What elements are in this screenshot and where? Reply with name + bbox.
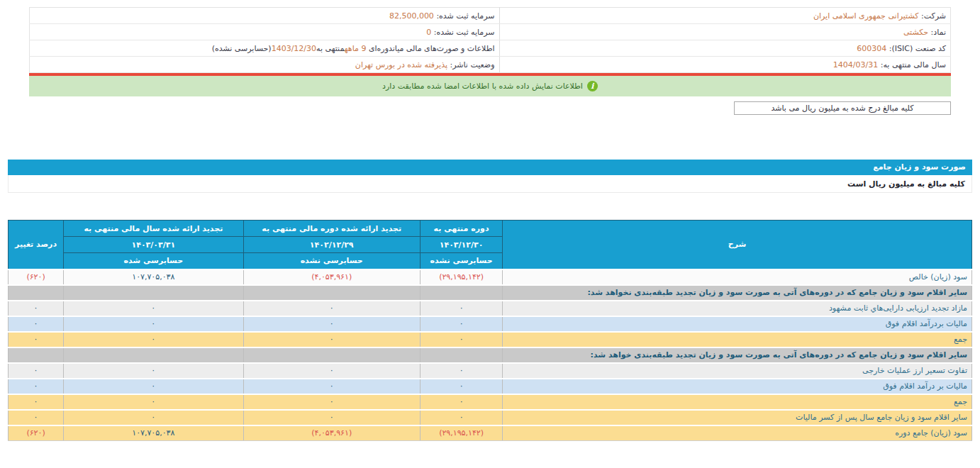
statement-section: صورت سود و زیان جامع کلیه مبالغ به میلیو…	[8, 160, 972, 441]
table-row: مالیات بر درآمد اقلام فوق۰۰۰۰	[9, 379, 972, 394]
unit-note-row: کلیه مبالغ به میلیون ریال است	[8, 175, 972, 193]
section-row: سایر اقلام سود و زیان جامع که در دوره‌ها…	[9, 285, 972, 301]
period-date: ۱۴۰۳/۰۳/۳۱	[64, 237, 243, 253]
cell-change: ۰	[9, 332, 64, 347]
cell-value: ۱۰۷,۷۰۵,۰۳۸	[64, 425, 243, 441]
cell-value	[64, 285, 243, 301]
cell-value: ۰	[64, 394, 243, 410]
cell-desc: سود (زیان) خالص	[503, 269, 972, 285]
header-area: شرکت: کشتیرانی جمهوری اسلامی ایران سرمای…	[29, 7, 951, 115]
table-row: جمع۰۰۰۰	[9, 394, 972, 410]
cell-value: ۰	[243, 316, 420, 332]
cell-value	[420, 347, 502, 363]
table-row: مالیات بردرآمد اقلام فوق۰۰۰۰	[9, 316, 972, 332]
isic-label: کد صنعت (ISIC):	[889, 44, 946, 53]
cell-value: ۰	[243, 410, 420, 425]
cell-value: ۰	[420, 363, 502, 379]
fiscal-year-value: 1404/03/31	[833, 60, 878, 69]
symbol-label: نماد:	[931, 28, 946, 37]
cell-change: ۰	[9, 394, 64, 410]
cell-value: ۰	[243, 394, 420, 410]
col-header-period: تجدید ارائه شده سال مالی منتهی به	[64, 221, 243, 237]
cell-change: ۰	[9, 316, 64, 332]
registered-capital-cell: سرمایه ثبت شده: 82,500,000	[30, 8, 500, 24]
fiscal-year-label: سال مالی منتهی به:	[881, 60, 946, 69]
income-statement-table: شرح دوره منتهی به تجدید ارائه شده دوره م…	[8, 220, 972, 441]
report-title-text: اطلاعات و صورت‌های مالی میاندوره‌ای	[366, 44, 494, 53]
symbol-cell: نماد: حکشتی	[499, 24, 951, 40]
cell-value: ۰	[243, 332, 420, 347]
cell-desc: مالیات بر درآمد اقلام فوق	[503, 379, 972, 394]
info-row: شرکت: کشتیرانی جمهوری اسلامی ایران سرمای…	[30, 8, 951, 24]
cell-desc: تفاوت تسعیر ارز عملیات خارجی	[503, 363, 972, 379]
cell-value: ۰	[64, 332, 243, 347]
report-title-cell: اطلاعات و صورت‌های مالی میاندوره‌ای 9 ما…	[30, 40, 500, 57]
cell-value	[64, 347, 243, 363]
unregistered-capital-cell: سرمایه ثبت نشده: 0	[30, 24, 500, 40]
company-value: کشتیرانی جمهوری اسلامی ایران	[813, 11, 919, 21]
table-row: سود (زیان) خالص(۲۹,۱۹۵,۱۴۲)(۴,۰۵۳,۹۶۱)۱۰…	[9, 269, 972, 285]
cell-value: ۰	[420, 410, 502, 425]
report-title-highlight: 1403/12/30	[272, 44, 316, 53]
cell-change: ۰	[9, 363, 64, 379]
cell-value: ۰	[64, 379, 243, 394]
table-header: شرح دوره منتهی به تجدید ارائه شده دوره م…	[9, 221, 972, 269]
report-title-highlight: 9 ماهه	[345, 44, 367, 53]
unit-note-box: کلیه مبالغ درج شده به میلیون ریال می باش…	[734, 101, 951, 115]
company-label: شرکت:	[921, 11, 946, 21]
cell-change: ۰	[9, 379, 64, 394]
table-row: سایر اقلام سود و زیان جامع سال پس از کسر…	[9, 410, 972, 425]
cell-value: ۰	[420, 316, 502, 332]
col-header-period: دوره منتهی به	[420, 221, 502, 237]
company-info-table: شرکت: کشتیرانی جمهوری اسلامی ایران سرمای…	[29, 7, 951, 73]
issuer-status-value: پذیرفته شده در بورس تهران	[355, 60, 447, 69]
cell-value: ۰	[243, 379, 420, 394]
cell-value: ۰	[64, 316, 243, 332]
cell-change	[9, 347, 64, 363]
statement-table-area: شرح دوره منتهی به تجدید ارائه شده دوره م…	[8, 220, 972, 441]
cell-desc: مالیات بردرآمد اقلام فوق	[503, 316, 972, 332]
table-row: مازاد تجدید ارزیابی دارایی‌هاي ثابت مشهو…	[9, 301, 972, 316]
cell-value: ۰	[64, 363, 243, 379]
period-date: ۱۴۰۲/۱۲/۲۹	[243, 237, 420, 253]
unregistered-capital-label: سرمایه ثبت نشده:	[434, 28, 495, 37]
table-body: سود (زیان) خالص(۲۹,۱۹۵,۱۴۲)(۴,۰۵۳,۹۶۱)۱۰…	[9, 269, 972, 441]
cell-change: ۰	[9, 301, 64, 316]
cell-value: (۲۹,۱۹۵,۱۴۲)	[420, 425, 502, 441]
symbol-value: حکشتی	[903, 28, 928, 37]
info-row: کد صنعت (ISIC): 600304 اطلاعات و صورت‌ها…	[30, 40, 951, 57]
cell-change: ۰	[9, 410, 64, 425]
info-row: نماد: حکشتی سرمایه ثبت نشده: 0	[30, 24, 951, 40]
issuer-status-cell: وضعیت ناشر: پذیرفته شده در بورس تهران	[30, 57, 500, 73]
cell-value: ۰	[64, 410, 243, 425]
registered-capital-value: 82,500,000	[389, 11, 434, 21]
cell-desc: سایر اقلام سود و زیان جامع سال پس از کسر…	[503, 410, 972, 425]
cell-value: ۰	[420, 301, 502, 316]
cell-value	[420, 285, 502, 301]
audit-status: حسابرسی نشده	[420, 253, 502, 269]
registered-capital-label: سرمایه ثبت شده:	[436, 11, 494, 21]
section-row: سایر اقلام سود و زیان جامع که در دوره‌ها…	[9, 347, 972, 363]
cell-value: ۱۰۷,۷۰۵,۰۳۸	[64, 269, 243, 285]
cell-change: (۶۲۰)	[9, 269, 64, 285]
cell-desc: جمع	[503, 332, 972, 347]
cell-change: (۶۲۰)	[9, 425, 64, 441]
report-title-text: (حسابرسی نشده)	[212, 44, 272, 53]
table-row: تفاوت تسعیر ارز عملیات خارجی۰۰۰۰	[9, 363, 972, 379]
isic-cell: کد صنعت (ISIC): 600304	[499, 40, 951, 57]
audit-status: حسابرسی شده	[64, 253, 243, 269]
issuer-status-label: وضعیت ناشر:	[450, 60, 495, 69]
col-header-desc: شرح	[503, 221, 972, 269]
col-header-period: تجدید ارائه شده دوره مالی منتهی به	[243, 221, 420, 237]
isic-value: 600304	[857, 44, 886, 53]
table-row: جمع۰۰۰۰	[9, 332, 972, 347]
cell-desc: سایر اقلام سود و زیان جامع که در دوره‌ها…	[503, 285, 972, 301]
signature-match-alert: i اطلاعات نمایش داده شده با اطلاعات امضا…	[29, 76, 951, 96]
cell-desc: مازاد تجدید ارزیابی دارایی‌هاي ثابت مشهو…	[503, 301, 972, 316]
alert-message: اطلاعات نمایش داده شده با اطلاعات امضا ش…	[382, 82, 583, 91]
unregistered-capital-value: 0	[426, 28, 431, 37]
company-cell: شرکت: کشتیرانی جمهوری اسلامی ایران	[499, 8, 951, 24]
cell-value: ۰	[243, 363, 420, 379]
table-row: سود (زیان) جامع دوره(۲۹,۱۹۵,۱۴۲)(۴,۰۵۳,۹…	[9, 425, 972, 441]
cell-value: ۰	[420, 394, 502, 410]
